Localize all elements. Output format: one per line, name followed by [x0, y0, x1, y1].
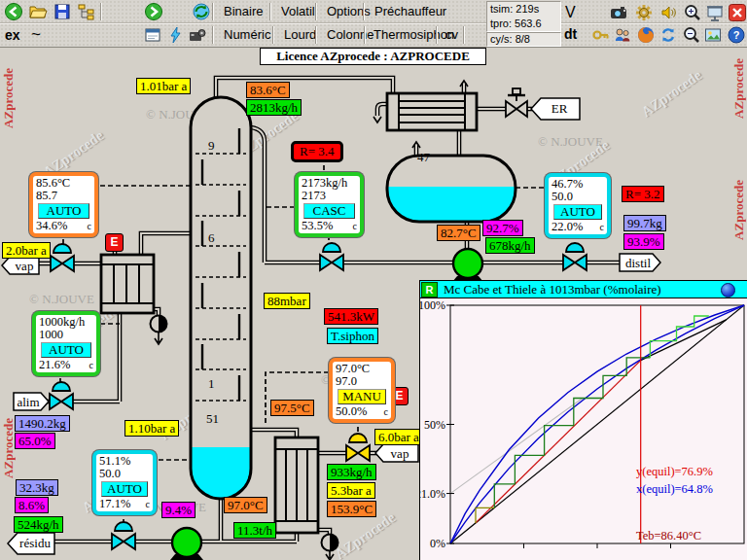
mode-badge[interactable]: AUTO: [41, 342, 91, 358]
distil-flag-label: distil: [622, 256, 655, 270]
controller-reboil-temp[interactable]: 97.0°C 97.0 MANU 50.0%c: [329, 358, 395, 423]
menu-binaire[interactable]: Binaire: [220, 2, 267, 20]
edge-watermark: AZprocede: [731, 180, 747, 240]
mode-badge[interactable]: MANU: [338, 389, 387, 404]
chart-title-bar[interactable]: R Mc Cabe et Thiele à 1013mbar (%molaire…: [420, 281, 747, 298]
overhead-flow-label: 2813kg/h: [246, 99, 302, 116]
window-icon: [143, 25, 162, 45]
residue-valve[interactable]: [112, 522, 135, 549]
drum-liquid: [387, 187, 516, 222]
image-button[interactable]: [702, 24, 724, 46]
browser-button[interactable]: [635, 24, 657, 46]
controller-reflux-flow[interactable]: 2173kg/h 2173 CASC 53.5%c: [295, 172, 364, 237]
mode-badge[interactable]: AUTO: [101, 481, 149, 497]
drum-number: 47: [417, 151, 430, 164]
menu-numeric[interactable]: Numéric: [220, 25, 274, 44]
feed-purity-label: 65.0%: [15, 433, 55, 449]
zoom-in-button[interactable]: [682, 2, 703, 23]
steam-preheat-valve[interactable]: [51, 244, 74, 271]
controller-drum-level[interactable]: 46.7% 50.0 AUTO 22.0%c: [545, 173, 611, 238]
back-icon: [4, 2, 23, 21]
users-icon: [613, 25, 632, 45]
save-button[interactable]: [52, 1, 73, 22]
gear-icon: [634, 3, 654, 22]
menu-cv[interactable]: cv: [442, 25, 462, 44]
close-button[interactable]: [727, 2, 747, 23]
tree-button[interactable]: [76, 1, 97, 22]
zoom-out-icon: [682, 25, 701, 45]
forward-icon: [144, 2, 163, 21]
v-label: V: [565, 4, 576, 21]
key-button[interactable]: [590, 24, 612, 46]
chart-r-button[interactable]: R: [421, 282, 438, 298]
movie-button[interactable]: [187, 24, 208, 46]
users-button[interactable]: [612, 24, 633, 46]
open-button[interactable]: [27, 1, 49, 22]
mode-badge[interactable]: CASC: [303, 203, 355, 219]
tpro-value: tpro: 563.6: [490, 17, 560, 31]
svg-text:0%: 0%: [430, 537, 445, 550]
copyright-watermark: © N.JOUVE: [29, 292, 94, 307]
reflux-ratio2-display: R= 3.2: [622, 186, 664, 202]
bottoms-pump[interactable]: [170, 528, 203, 560]
fast-button[interactable]: [165, 24, 187, 46]
zoom-out-button[interactable]: [681, 24, 702, 46]
feed-mass-label: 1490.2kg: [15, 415, 70, 432]
reboiler-steam-valve[interactable]: [346, 434, 370, 461]
help-icon: ?: [727, 25, 746, 45]
cooling-water-valve[interactable]: [506, 88, 527, 117]
output-value: 53.5%: [302, 220, 333, 232]
mode-badge[interactable]: AUTO: [553, 204, 603, 220]
svg-text:21.0%: 21.0%: [420, 487, 445, 501]
ex-label[interactable]: ex: [5, 27, 20, 43]
key-icon: [591, 25, 611, 45]
reflux-pump[interactable]: [452, 249, 483, 282]
output-value: 22.0%: [551, 221, 583, 233]
residue-flow-label: 524kg/h: [14, 516, 63, 533]
tilde-label[interactable]: ~: [31, 25, 41, 45]
controller-sump-level[interactable]: 51.1% 50.0 AUTO 17.1%c: [92, 450, 157, 515]
outlet-arrow: [374, 117, 381, 122]
refresh-icon: [192, 2, 211, 21]
cascade-tag: c: [384, 405, 388, 418]
dialog-button[interactable]: [142, 24, 163, 46]
back-button[interactable]: [3, 1, 24, 22]
sp-value: 1000: [39, 329, 93, 341]
circulation-flow-label: 11.3t/h: [233, 522, 276, 539]
toolbar-separator: [269, 3, 271, 20]
output-value: 50.0%: [336, 405, 367, 418]
controller-preheat-temp[interactable]: 85.6°C 85.7 AUTO 34.6%c: [29, 172, 98, 237]
overhead-temp-label: 83.6°C: [246, 82, 290, 98]
reflux-purity-label: 92.7%: [482, 220, 523, 236]
controller-feed-flow[interactable]: 1000kg/h 1000 AUTO 21.6%c: [32, 311, 100, 376]
trap-drain-arrow: [155, 332, 162, 344]
forward-button[interactable]: [143, 1, 164, 22]
sync-button[interactable]: [658, 24, 679, 46]
snapshot-button[interactable]: [608, 2, 629, 23]
refresh-button[interactable]: [191, 1, 212, 22]
cycle-readout: cy/s: 8/8: [486, 32, 561, 47]
sync-icon: [658, 25, 678, 45]
cascade-tag: c: [600, 221, 604, 233]
dt-label[interactable]: dt: [564, 26, 577, 42]
mode-badge[interactable]: AUTO: [38, 203, 89, 219]
menu-options[interactable]: Options: [323, 2, 374, 20]
distillate-valve[interactable]: [563, 243, 587, 270]
presentation-button[interactable]: [704, 2, 726, 23]
mccabe-thiele-window: R Mc Cabe et Thiele à 1013mbar (%molaire…: [419, 280, 747, 560]
help-button[interactable]: ?: [726, 24, 747, 46]
chart-window-button[interactable]: [721, 283, 735, 298]
menu-prechauffeur[interactable]: Préchauffeur: [371, 2, 450, 20]
feed-valve[interactable]: [50, 382, 73, 409]
menu-volatil[interactable]: Volatil: [277, 2, 319, 20]
er-flag-label: ER: [541, 101, 578, 116]
reflux-valve[interactable]: [320, 243, 343, 270]
tray-number: 6: [208, 231, 215, 245]
event-button[interactable]: E: [105, 233, 124, 252]
top-pressure-label: 1.01bar a: [136, 78, 191, 94]
sound-button[interactable]: [658, 2, 680, 23]
tsim-value: tsim: 219s: [490, 2, 560, 17]
cascade-tag: c: [88, 220, 91, 232]
steam-trap: [151, 316, 167, 332]
settings-button[interactable]: [633, 2, 655, 23]
